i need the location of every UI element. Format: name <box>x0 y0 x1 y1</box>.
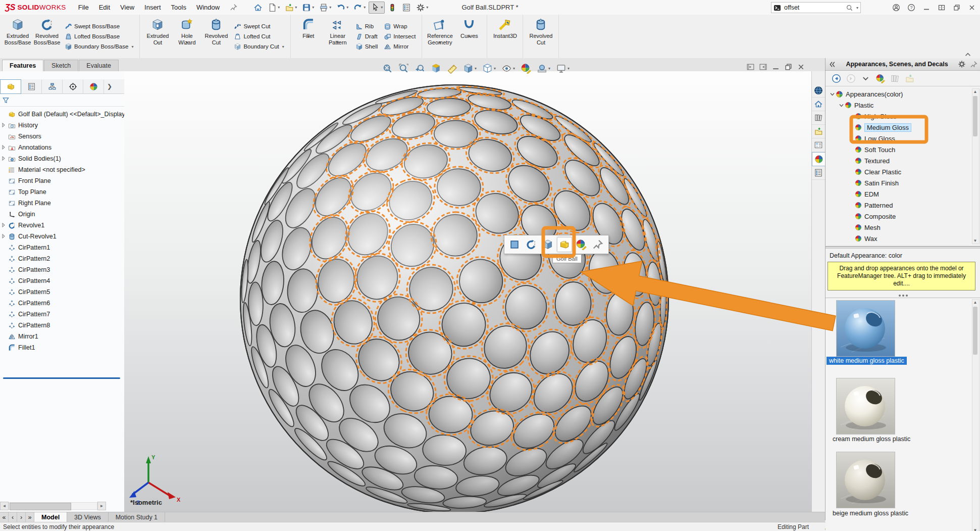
expand-chevron-icon[interactable] <box>0 233 7 240</box>
expand-chevron-icon[interactable] <box>0 222 7 229</box>
taskpane-tab-props-icon[interactable] <box>812 138 825 152</box>
titlebar-user-icon-button[interactable] <box>892 4 900 12</box>
menu-insert[interactable]: Insert <box>139 4 166 11</box>
docwin-win-restore-icon-button[interactable] <box>784 63 793 71</box>
appearance-item-edm[interactable]: EDM <box>826 188 980 200</box>
dropdown-caret-icon[interactable]: ▾ <box>157 40 159 45</box>
fm-tab-hierarchy-icon[interactable] <box>42 80 63 93</box>
tree-item-cirpattern1[interactable]: CirPattern1 <box>0 242 124 253</box>
headsup-measure-icon-button[interactable] <box>446 62 458 75</box>
dropdown-caret-icon[interactable]: ▾ <box>468 34 470 39</box>
context-part-yellow-icon-button[interactable] <box>557 237 572 252</box>
ribbon-draft-button[interactable]: Draft <box>353 32 380 41</box>
apptool-caret-down-icon-button[interactable] <box>861 74 870 83</box>
toolbar-home-icon-button[interactable] <box>251 2 265 14</box>
headsup-apply-scene-icon-button[interactable]: ▾ <box>536 62 551 75</box>
search-caret-icon[interactable]: ▾ <box>856 6 858 10</box>
headsup-zoom-fit-icon-button[interactable] <box>381 62 394 75</box>
ribbon-lofted-cut-button[interactable]: Lofted Cut <box>232 32 286 41</box>
tree-item-cirpattern7[interactable]: CirPattern7 <box>0 309 124 320</box>
tree-item-revolve1[interactable]: Revolve1 <box>0 220 124 231</box>
headsup-section-view-icon-button[interactable] <box>430 62 442 75</box>
ribbon-rib-button[interactable]: Rib <box>353 22 380 31</box>
ribbon-hole-wizard-button[interactable]: Hole Wizard▾ <box>172 17 201 46</box>
scroll-right-button[interactable]: ► <box>97 502 106 510</box>
tree-item-cirpattern3[interactable]: CirPattern3 <box>0 264 124 275</box>
tree-item-front-plane[interactable]: Front Plane <box>0 175 124 186</box>
headsup-zoom-area-icon-button[interactable] <box>397 62 410 75</box>
apptool-open-icon-button[interactable] <box>905 74 914 83</box>
tree-item-cirpattern4[interactable]: CirPattern4 <box>0 275 124 286</box>
tree-item-right-plane[interactable]: Right Plane <box>0 198 124 209</box>
appearance-root[interactable]: Appearances(color) <box>826 88 980 100</box>
menu-tools[interactable]: Tools <box>166 4 191 11</box>
apptool-books-icon-button[interactable] <box>890 74 900 83</box>
scroll-down-arrow[interactable]: ▼ <box>972 238 978 243</box>
rollback-bar[interactable] <box>3 377 120 379</box>
toolbar-settings-gear-icon-button[interactable]: ▾ <box>414 2 430 14</box>
apptool-edit-appearance-icon-button[interactable] <box>875 74 885 83</box>
docwin-pane-left-icon-button[interactable] <box>746 63 755 71</box>
ribbon-extruded-cut-button[interactable]: Extruded Cut▾ <box>143 17 172 46</box>
panel-gear-icon[interactable] <box>958 60 966 68</box>
tree-item-cirpattern8[interactable]: CirPattern8 <box>0 320 124 331</box>
swatch-cream-medium-gloss-plastic[interactable] <box>836 378 895 435</box>
search-input[interactable] <box>783 4 844 12</box>
toolbar-redo-icon-button[interactable]: ▾ <box>351 2 368 14</box>
swatch-white-medium-gloss-plastic[interactable] <box>836 300 895 357</box>
headsup-previous-view-icon-button[interactable] <box>414 62 426 75</box>
tree-item-fillet1[interactable]: Fillet1 <box>0 342 124 353</box>
dropdown-caret-icon[interactable]: ▾ <box>186 40 188 45</box>
headsup-display-style-icon-button[interactable]: ▾ <box>481 62 497 75</box>
ribbon-instant3d-button[interactable]: Instant3D <box>490 17 520 40</box>
tree-item-cirpattern6[interactable]: CirPattern6 <box>0 298 124 309</box>
ribbon-extruded-boss/base-button[interactable]: Extruded Boss/Base <box>3 17 32 46</box>
tab-sketch[interactable]: Sketch <box>44 60 78 71</box>
tree-horizontal-scrollbar[interactable]: ◄ ► <box>0 502 106 510</box>
bottom-tab-3d-views[interactable]: 3D Views <box>67 512 109 522</box>
context-edit-appearance-icon-button[interactable] <box>574 237 589 252</box>
swatch-scrollbar[interactable]: ▲ ▼ <box>972 299 979 531</box>
expand-chevron-icon[interactable] <box>0 144 7 151</box>
scroll-thumb[interactable] <box>973 307 977 355</box>
taskpane-tab-sw-resources-icon[interactable] <box>812 84 825 98</box>
taskpane-tab-pm-list-icon[interactable] <box>812 166 825 180</box>
appearance-item-medium-gloss[interactable]: Medium Gloss <box>826 122 980 133</box>
fm-tab-pm-list-icon[interactable] <box>21 80 42 93</box>
scroll-thumb[interactable] <box>10 503 71 510</box>
graphics-viewport[interactable]: Y X Z *Isometric Golf Ball <box>124 71 811 512</box>
tab-features[interactable]: Features <box>2 60 43 71</box>
appearance-item-high-gloss[interactable]: High Gloss <box>826 111 980 122</box>
ribbon-curves-button[interactable]: Curves▾ <box>454 17 484 40</box>
appearance-item-composite[interactable]: Composite <box>826 211 980 222</box>
menu-pin-icon[interactable] <box>230 4 237 11</box>
taskpane-tab-home-icon[interactable] <box>812 98 825 111</box>
dropdown-caret-icon[interactable]: ▾ <box>439 40 441 45</box>
appearance-item-low-gloss[interactable]: Low Gloss <box>826 133 980 144</box>
tree-item-top-plane[interactable]: Top Plane <box>0 186 124 198</box>
tree-item-solid-bodies(1)[interactable]: Solid Bodies(1) <box>0 153 124 164</box>
context-pin-icon-button[interactable] <box>590 237 605 252</box>
scroll-down-arrow[interactable]: ▼ <box>972 528 978 531</box>
ribbon-shell-button[interactable]: Shell <box>353 42 380 52</box>
ribbon-intersect-button[interactable]: Intersect <box>382 32 418 41</box>
sheet-nav-3[interactable]: » <box>26 512 34 522</box>
ribbon-boundary-cut-button[interactable]: Boundary Cut▾ <box>232 42 286 52</box>
appearance-item-clear-plastic[interactable]: Clear Plastic <box>826 166 980 177</box>
toolbar-save-icon-button[interactable]: ▾ <box>300 2 316 14</box>
toolbar-select-cursor-icon-button[interactable]: ▾ <box>369 2 385 14</box>
tree-item-mirror1[interactable]: Mirror1 <box>0 331 124 342</box>
command-search[interactable]: ▾ <box>771 2 861 13</box>
headsup-hide-show-icon-button[interactable]: ▾ <box>500 62 516 75</box>
ribbon-collapse-chevron-icon[interactable] <box>963 50 972 59</box>
fm-tab-target-icon[interactable] <box>63 80 83 93</box>
context-boss-revolve-icon-button[interactable] <box>524 237 539 252</box>
menu-file[interactable]: File <box>73 4 94 11</box>
sheet-nav-1[interactable]: ‹ <box>9 512 17 522</box>
titlebar-win-restore-icon-button[interactable] <box>953 4 961 12</box>
menu-window[interactable]: Window <box>191 4 225 11</box>
titlebar-win-close-icon-button[interactable] <box>968 4 976 12</box>
ribbon-revolved-boss/base-button[interactable]: Revolved Boss/Base <box>32 17 62 46</box>
sheet-nav-0[interactable]: « <box>0 512 9 522</box>
tree-filter-row[interactable] <box>0 94 124 107</box>
